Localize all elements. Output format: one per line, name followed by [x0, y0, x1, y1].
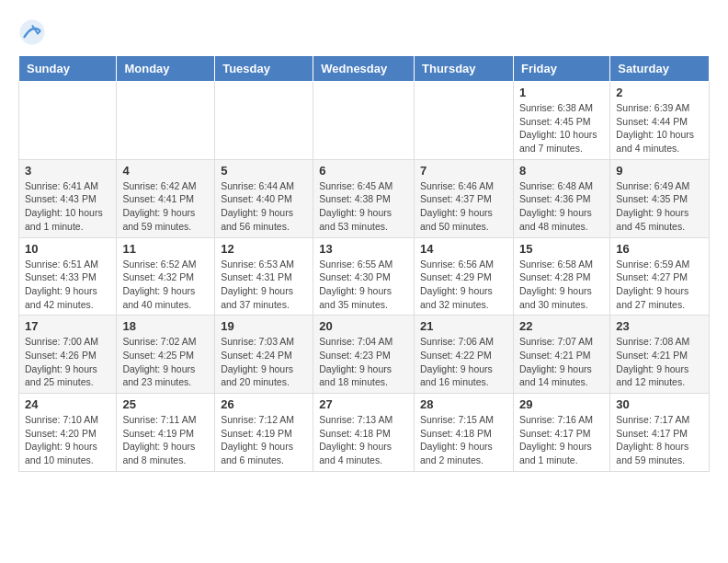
page: SundayMondayTuesdayWednesdayThursdayFrid… [0, 0, 728, 490]
calendar-cell: 7Sunrise: 6:46 AM Sunset: 4:37 PM Daylig… [415, 159, 514, 237]
calendar-cell: 27Sunrise: 7:13 AM Sunset: 4:18 PM Dayli… [313, 394, 415, 472]
calendar-cell: 23Sunrise: 7:08 AM Sunset: 4:21 PM Dayli… [610, 316, 710, 394]
day-number: 22 [519, 319, 604, 333]
logo [18, 18, 50, 46]
calendar-cell [19, 82, 117, 160]
calendar-cell: 28Sunrise: 7:15 AM Sunset: 4:18 PM Dayli… [415, 394, 514, 472]
calendar-cell: 5Sunrise: 6:44 AM Sunset: 4:40 PM Daylig… [215, 159, 313, 237]
day-info: Sunrise: 7:06 AM Sunset: 4:22 PM Dayligh… [420, 335, 507, 389]
day-info: Sunrise: 7:07 AM Sunset: 4:21 PM Dayligh… [519, 335, 604, 389]
day-number: 26 [221, 397, 307, 411]
calendar-cell: 18Sunrise: 7:02 AM Sunset: 4:25 PM Dayli… [117, 316, 215, 394]
day-number: 8 [519, 164, 604, 178]
day-info: Sunrise: 6:48 AM Sunset: 4:36 PM Dayligh… [519, 179, 604, 234]
day-info: Sunrise: 7:08 AM Sunset: 4:21 PM Dayligh… [616, 335, 703, 389]
header-friday: Friday [513, 56, 609, 82]
day-number: 13 [319, 242, 408, 256]
svg-point-0 [20, 20, 45, 45]
day-info: Sunrise: 6:45 AM Sunset: 4:38 PM Dayligh… [319, 179, 408, 234]
day-number: 16 [616, 242, 703, 256]
calendar-cell: 2Sunrise: 6:39 AM Sunset: 4:44 PM Daylig… [610, 82, 710, 160]
day-number: 18 [122, 319, 209, 333]
calendar-cell: 26Sunrise: 7:12 AM Sunset: 4:19 PM Dayli… [215, 394, 313, 472]
day-info: Sunrise: 7:13 AM Sunset: 4:18 PM Dayligh… [319, 413, 408, 467]
calendar-cell: 12Sunrise: 6:53 AM Sunset: 4:31 PM Dayli… [215, 237, 313, 316]
calendar-cell: 14Sunrise: 6:56 AM Sunset: 4:29 PM Dayli… [415, 237, 514, 316]
day-number: 12 [221, 242, 307, 256]
day-number: 19 [221, 319, 307, 333]
day-info: Sunrise: 6:55 AM Sunset: 4:30 PM Dayligh… [319, 258, 408, 312]
day-number: 24 [25, 397, 110, 411]
day-info: Sunrise: 6:38 AM Sunset: 4:45 PM Dayligh… [519, 101, 604, 155]
day-info: Sunrise: 6:52 AM Sunset: 4:32 PM Dayligh… [122, 258, 209, 312]
day-number: 11 [122, 242, 209, 256]
day-info: Sunrise: 6:58 AM Sunset: 4:28 PM Dayligh… [519, 258, 604, 312]
day-number: 28 [420, 397, 507, 411]
calendar-cell: 29Sunrise: 7:16 AM Sunset: 4:17 PM Dayli… [513, 394, 609, 472]
calendar-cell: 11Sunrise: 6:52 AM Sunset: 4:32 PM Dayli… [117, 237, 215, 316]
day-number: 4 [122, 164, 209, 178]
calendar-cell: 20Sunrise: 7:04 AM Sunset: 4:23 PM Dayli… [313, 316, 415, 394]
day-info: Sunrise: 7:12 AM Sunset: 4:19 PM Dayligh… [221, 413, 307, 467]
calendar-cell: 19Sunrise: 7:03 AM Sunset: 4:24 PM Dayli… [215, 316, 313, 394]
day-info: Sunrise: 6:56 AM Sunset: 4:29 PM Dayligh… [420, 258, 507, 312]
day-info: Sunrise: 7:15 AM Sunset: 4:18 PM Dayligh… [420, 413, 507, 467]
logo-icon [18, 18, 46, 46]
calendar-cell [117, 82, 215, 160]
week-row-1: 3Sunrise: 6:41 AM Sunset: 4:43 PM Daylig… [19, 159, 710, 237]
header-thursday: Thursday [415, 56, 514, 82]
calendar-cell: 30Sunrise: 7:17 AM Sunset: 4:17 PM Dayli… [610, 394, 710, 472]
day-info: Sunrise: 7:00 AM Sunset: 4:26 PM Dayligh… [25, 335, 110, 389]
calendar-cell: 3Sunrise: 6:41 AM Sunset: 4:43 PM Daylig… [19, 159, 117, 237]
day-info: Sunrise: 7:04 AM Sunset: 4:23 PM Dayligh… [319, 335, 408, 389]
day-number: 1 [519, 86, 604, 99]
day-info: Sunrise: 6:51 AM Sunset: 4:33 PM Dayligh… [25, 258, 110, 312]
calendar-cell: 10Sunrise: 6:51 AM Sunset: 4:33 PM Dayli… [19, 237, 117, 316]
day-info: Sunrise: 6:59 AM Sunset: 4:27 PM Dayligh… [616, 258, 703, 312]
day-number: 29 [519, 397, 604, 411]
day-number: 27 [319, 397, 408, 411]
calendar-cell: 4Sunrise: 6:42 AM Sunset: 4:41 PM Daylig… [117, 159, 215, 237]
day-number: 23 [616, 319, 703, 333]
day-info: Sunrise: 7:16 AM Sunset: 4:17 PM Dayligh… [519, 413, 604, 467]
day-number: 9 [616, 164, 703, 178]
header-tuesday: Tuesday [215, 56, 313, 82]
day-number: 7 [420, 164, 507, 178]
day-number: 17 [25, 319, 110, 333]
day-info: Sunrise: 7:03 AM Sunset: 4:24 PM Dayligh… [221, 335, 307, 389]
calendar-header: SundayMondayTuesdayWednesdayThursdayFrid… [19, 56, 710, 82]
day-number: 10 [25, 242, 110, 256]
day-info: Sunrise: 6:49 AM Sunset: 4:35 PM Dayligh… [616, 179, 703, 234]
calendar-cell [215, 82, 313, 160]
day-number: 2 [616, 86, 703, 99]
day-number: 21 [420, 319, 507, 333]
header-wednesday: Wednesday [313, 56, 415, 82]
calendar-cell [415, 82, 514, 160]
week-row-2: 10Sunrise: 6:51 AM Sunset: 4:33 PM Dayli… [19, 237, 710, 316]
week-row-3: 17Sunrise: 7:00 AM Sunset: 4:26 PM Dayli… [19, 316, 710, 394]
calendar-cell: 15Sunrise: 6:58 AM Sunset: 4:28 PM Dayli… [513, 237, 609, 316]
calendar-cell: 6Sunrise: 6:45 AM Sunset: 4:38 PM Daylig… [313, 159, 415, 237]
header [18, 18, 710, 46]
calendar-cell: 1Sunrise: 6:38 AM Sunset: 4:45 PM Daylig… [513, 82, 609, 160]
day-number: 6 [319, 164, 408, 178]
calendar-cell: 17Sunrise: 7:00 AM Sunset: 4:26 PM Dayli… [19, 316, 117, 394]
day-number: 20 [319, 319, 408, 333]
header-sunday: Sunday [19, 56, 117, 82]
day-info: Sunrise: 7:17 AM Sunset: 4:17 PM Dayligh… [616, 413, 703, 467]
day-number: 3 [25, 164, 110, 178]
calendar-cell: 24Sunrise: 7:10 AM Sunset: 4:20 PM Dayli… [19, 394, 117, 472]
day-info: Sunrise: 6:46 AM Sunset: 4:37 PM Dayligh… [420, 179, 507, 234]
calendar-cell: 16Sunrise: 6:59 AM Sunset: 4:27 PM Dayli… [610, 237, 710, 316]
calendar-cell: 13Sunrise: 6:55 AM Sunset: 4:30 PM Dayli… [313, 237, 415, 316]
day-number: 14 [420, 242, 507, 256]
calendar-cell: 8Sunrise: 6:48 AM Sunset: 4:36 PM Daylig… [513, 159, 609, 237]
day-info: Sunrise: 7:02 AM Sunset: 4:25 PM Dayligh… [122, 335, 209, 389]
day-number: 25 [122, 397, 209, 411]
week-row-0: 1Sunrise: 6:38 AM Sunset: 4:45 PM Daylig… [19, 82, 710, 160]
calendar-cell: 25Sunrise: 7:11 AM Sunset: 4:19 PM Dayli… [117, 394, 215, 472]
day-number: 30 [616, 397, 703, 411]
header-monday: Monday [117, 56, 215, 82]
day-number: 5 [221, 164, 307, 178]
day-info: Sunrise: 6:44 AM Sunset: 4:40 PM Dayligh… [221, 179, 307, 234]
